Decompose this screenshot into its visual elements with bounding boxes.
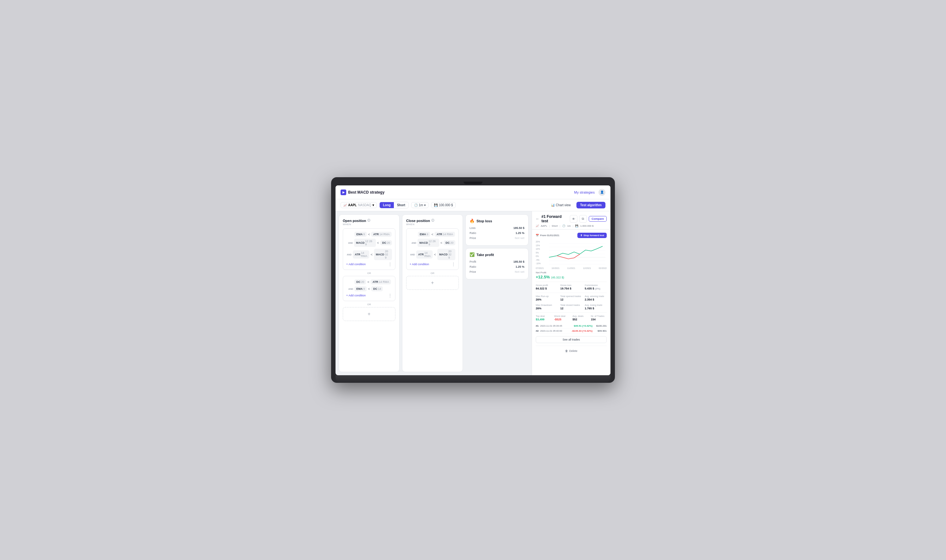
right-panel-meta: 📈 AAPL | Short | 🕐 1m | 💾 1.000.000 $ (536, 225, 607, 227)
chart-view-button[interactable]: 📊 Chart view (548, 202, 574, 208)
take-profit-row-profit: Profit 185.50 $ (469, 260, 525, 263)
open-cond2-right-2[interactable]: DC 14 (371, 286, 383, 291)
close-cond-left-1[interactable]: EMA 9 (418, 232, 430, 237)
open-cond-left-1[interactable]: EMA 9 (354, 232, 367, 237)
trades-list: #1 2023-11-01 05:39:45 $49.51 (+0.42%) $… (536, 323, 607, 334)
timeframe-chevron: ▾ (424, 203, 426, 207)
take-profit-header: ✅ Take profit (469, 252, 525, 257)
open-cond-right-2[interactable]: DC 20 (380, 240, 392, 245)
ticker-badge[interactable]: 📈 AAPL NASDAQ ▾ (341, 202, 377, 208)
chart-icon: 📊 (551, 203, 555, 207)
loss-label: Loss (469, 226, 475, 229)
avatar[interactable]: 👤 (598, 189, 605, 196)
stop-loss-card: 🔥 Stop loss Loss 185.50 $ Ratio 1.25 % (465, 214, 529, 246)
stop-loss-header: 🔥 Stop loss (469, 218, 525, 223)
open-cond2-left-2[interactable]: EMA 9 (354, 286, 367, 291)
open-add-group-button[interactable]: + (343, 307, 395, 321)
open-cond-right-1[interactable]: ATR 14 RMA (371, 232, 391, 237)
close-position-title: Close position ⓘ (406, 218, 459, 223)
net-profit-sub: (45.322 $) (551, 276, 564, 279)
max-drawdown-stat: Max Drawdown 26% (536, 304, 558, 310)
open-position-info-icon: ⓘ (368, 218, 370, 223)
close-cond-right-1[interactable]: ATR 14 RMA (435, 232, 455, 237)
copy-button[interactable]: ⧉ (579, 215, 587, 223)
close-cond-right-3[interactable]: MACD 20 32 9 (437, 249, 455, 260)
close-position-when: WHEN (406, 223, 459, 226)
test-algorithm-button[interactable]: Test algorithm (577, 202, 605, 208)
meta-ticker: AAPL (541, 225, 547, 227)
total-opened-stat: Total opened trades 12 (560, 295, 582, 301)
close-position-info-icon: ⓘ (431, 218, 434, 223)
avg-losing-label: Avg. losing trade (585, 304, 607, 306)
take-profit-row-ratio: Ratio 1.25 % (469, 265, 525, 268)
close-add-group-button[interactable]: + (406, 276, 459, 290)
back-button[interactable]: ← (536, 217, 540, 221)
logo-icon: ▶ (341, 189, 346, 195)
gross-loss-value: 19.754 $ (560, 287, 582, 290)
open-cond2-row-2: AND EMA 9 < DC 14 (346, 286, 392, 291)
tp-profit-label: Profit (469, 260, 476, 263)
total-closed-value: 12 (560, 307, 582, 310)
compare-button[interactable]: Compare (589, 216, 607, 222)
timeframe-badge[interactable]: 🕐 1m ▾ (411, 202, 429, 208)
trade-row-1: #1 2023-11-01 05:39:45 $49.51 (+0.42%) $… (536, 323, 607, 329)
timeframe-value: 1m (419, 203, 423, 207)
eye-button[interactable]: 👁 (570, 215, 577, 223)
open-condition-group-2: DC 20 < ATR 14 RMA AND EMA 9 < DC 14 + A… (343, 276, 395, 301)
capital-icon: 💾 (434, 203, 438, 207)
delete-button[interactable]: 🗑 Delete (536, 348, 607, 354)
nr-trades-value: 154 (591, 318, 607, 321)
close-more-btn[interactable]: ⋮ (452, 262, 455, 266)
open-more-btn-2[interactable]: ⋮ (388, 293, 392, 298)
close-cond-left-3[interactable]: ATR 14 RMA (416, 250, 433, 258)
open-cond-left-2[interactable]: MACD 12 26 9 (354, 239, 376, 247)
stop-loss-row-loss: Loss 185.50 $ (469, 226, 525, 229)
open-position-title: Open position ⓘ (343, 218, 395, 223)
open-cond2-right-1[interactable]: ATR 14 RMA (371, 279, 391, 285)
tp-ratio-value: 1.25 % (515, 265, 525, 268)
close-add-condition[interactable]: + Add condition (410, 263, 429, 266)
open-add-condition-1[interactable]: + Add condition (346, 263, 366, 266)
clock-icon: 🕐 (414, 203, 418, 207)
right-panel-body: 📅 From 01/01/2021 ⏸ Stop forward test 20… (532, 229, 611, 375)
open-cond-row-1: EMA 9 < ATR 14 RMA (346, 232, 392, 237)
open-more-btn-1[interactable]: ⋮ (388, 262, 392, 266)
my-strategies-link[interactable]: My strategies (574, 191, 595, 194)
take-profit-title: Take profit (477, 253, 494, 257)
take-profit-row-price: Price Not set (469, 270, 525, 273)
short-button[interactable]: Short (394, 202, 408, 208)
stop-loss-title: Stop loss (477, 219, 492, 223)
open-add-cond-row-1: + Add condition ⋮ (346, 262, 392, 266)
gross-loss-label: Gross loss (560, 284, 582, 287)
sl-tp-panel: 🔥 Stop loss Loss 185.50 $ Ratio 1.25 % (465, 214, 529, 372)
capital-badge[interactable]: 💾 100.000 $ (431, 202, 456, 208)
avg-deals-label: Avg. deals (573, 315, 588, 317)
long-button[interactable]: Long (380, 202, 394, 208)
ticker-chart-icon: 📈 (343, 204, 347, 207)
tp-ratio-label: Ratio (469, 265, 476, 268)
stop-loss-row-price: Price Not set (469, 237, 525, 240)
max-runup-value: 26% (536, 298, 558, 301)
stop-loss-icon: 🔥 (469, 218, 475, 223)
open-cond-right-3[interactable]: MACD 20 32 9 (374, 249, 392, 260)
sl-ratio-label: Ratio (469, 231, 476, 235)
close-cond-left-2[interactable]: MACD 12 26 9 (417, 239, 439, 247)
see-all-trades-button[interactable]: See all trades (536, 336, 607, 343)
max-drawdown-label: Max Drawdown (536, 304, 558, 306)
top-deal-stat: Top deal $3,499 (536, 315, 552, 321)
capital-value: 100.000 $ (439, 203, 453, 207)
open-cond-op-1: < (368, 232, 370, 236)
open-add-condition-2[interactable]: + Add condition (346, 294, 366, 297)
sl-price-label: Price (469, 237, 476, 240)
stop-forward-test-button[interactable]: ⏸ Stop forward test (577, 233, 607, 238)
open-cond2-left-1[interactable]: DC 20 (354, 279, 366, 285)
open-cond-op-3: < (371, 252, 372, 256)
max-runup-stat: Max Run-up 26% (536, 295, 558, 301)
meta-chart-icon: 📈 (536, 225, 539, 227)
open-cond-op-2: < (377, 241, 379, 245)
close-cond-op-1: < (431, 232, 433, 236)
chart-svg (536, 240, 607, 265)
close-cond-right-2[interactable]: DC 20 (444, 240, 455, 245)
open-cond-left-3[interactable]: ATR 14 RMA (353, 250, 369, 258)
open-add-cond-row-2: + Add condition ⋮ (346, 293, 392, 298)
